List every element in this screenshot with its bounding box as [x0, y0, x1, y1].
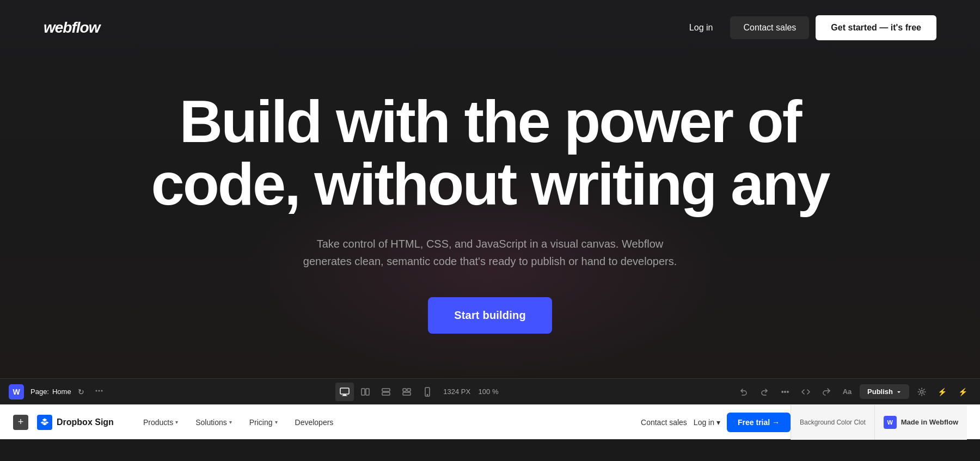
svg-point-14 — [427, 394, 428, 395]
dropbox-icon — [37, 415, 52, 430]
add-element-button[interactable]: + — [13, 415, 28, 430]
hero-title: Build with the power of code, without wr… — [136, 90, 844, 216]
settings-icon[interactable] — [914, 384, 930, 400]
webflow-logo: webflow — [44, 19, 100, 36]
products-chevron-icon: ▾ — [175, 419, 178, 425]
refresh-icon[interactable]: ↻ — [78, 388, 84, 396]
svg-point-1 — [98, 390, 100, 391]
svg-rect-6 — [362, 389, 365, 395]
toolbar-viewport-controls: 1324 PX 100 % — [335, 383, 503, 401]
login-button[interactable]: Log in — [678, 16, 724, 39]
lightning-icon-2[interactable]: ⚡ — [955, 384, 971, 400]
nav-right: Log in Contact sales Get started — it's … — [678, 15, 936, 40]
get-started-button[interactable]: Get started — it's free — [816, 15, 936, 40]
toolbar-more-options[interactable] — [95, 387, 103, 397]
redo-button[interactable] — [756, 384, 773, 400]
pricing-chevron-icon: ▾ — [275, 419, 278, 425]
webflow-badge-icon: W — [884, 416, 897, 429]
background-color-clot-label: Background Color Clot — [791, 405, 874, 440]
layout-view-3-button[interactable] — [397, 383, 416, 401]
contact-sales-button[interactable]: Contact sales — [730, 16, 809, 39]
nav-item-developers[interactable]: Developers — [287, 414, 341, 431]
mobile-view-button[interactable] — [418, 383, 437, 401]
hero-content: Build with the power of code, without wr… — [82, 45, 898, 378]
hero-subtitle: Take control of HTML, CSS, and JavaScrip… — [299, 235, 681, 270]
canvas-dimension: 1324 PX 100 % — [439, 388, 503, 396]
svg-rect-10 — [403, 389, 406, 391]
lightning-icon-1[interactable]: ⚡ — [934, 384, 951, 400]
preview-free-trial-button[interactable]: Free trial → — [727, 413, 791, 432]
preview-nav-right: Contact sales Log in ▾ Free trial → — [641, 413, 791, 432]
layout-view-1-button[interactable] — [356, 383, 375, 401]
svg-rect-5 — [342, 395, 347, 396]
login-chevron-icon: ▾ — [716, 418, 720, 427]
more-options-icon[interactable]: ••• — [777, 384, 793, 400]
toolbar-page-info: Page: Home — [30, 388, 71, 396]
svg-rect-11 — [407, 389, 411, 391]
start-building-button[interactable]: Start building — [428, 297, 552, 334]
toolbar-right-controls: ••• Aa Publish — [736, 384, 971, 400]
bottom-section: W Page: Home ↻ — [0, 378, 980, 435]
svg-rect-12 — [403, 392, 411, 395]
designer-toolbar: W Page: Home ↻ — [0, 378, 980, 404]
svg-rect-8 — [382, 389, 390, 391]
svg-point-0 — [95, 390, 97, 391]
solutions-chevron-icon: ▾ — [229, 419, 232, 425]
preview-nav-items: Products ▾ Solutions ▾ Pricing ▾ Develop… — [136, 414, 641, 431]
nav-item-products[interactable]: Products ▾ — [136, 414, 186, 431]
svg-rect-7 — [366, 389, 369, 395]
layout-view-2-button[interactable] — [377, 383, 395, 401]
hero-section: webflow Log in Contact sales Get started… — [0, 0, 980, 378]
toolbar-webflow-logo[interactable]: W — [9, 384, 24, 399]
preview-login[interactable]: Log in ▾ — [694, 418, 720, 427]
undo-button[interactable] — [736, 384, 752, 400]
preview-nav: + Dropbox Sign Products ▾ Solutions ▾ Pr… — [0, 404, 980, 439]
publish-button[interactable]: Publish — [860, 384, 909, 399]
code-icon[interactable] — [798, 384, 814, 400]
text-style-icon[interactable]: Aa — [839, 384, 855, 400]
svg-rect-9 — [382, 392, 390, 395]
desktop-view-button[interactable] — [335, 383, 354, 401]
dropbox-sign-logo: Dropbox Sign — [37, 415, 114, 430]
share-icon[interactable] — [818, 384, 835, 400]
nav-item-solutions[interactable]: Solutions ▾ — [188, 414, 240, 431]
preview-contact-sales[interactable]: Contact sales — [641, 418, 687, 427]
made-in-webflow-badge[interactable]: W Made in Webflow — [874, 405, 967, 440]
nav-item-pricing[interactable]: Pricing ▾ — [242, 414, 285, 431]
svg-rect-3 — [340, 388, 349, 394]
svg-point-15 — [920, 390, 923, 393]
svg-point-2 — [101, 390, 102, 391]
dropbox-sign-text: Dropbox Sign — [57, 417, 114, 427]
